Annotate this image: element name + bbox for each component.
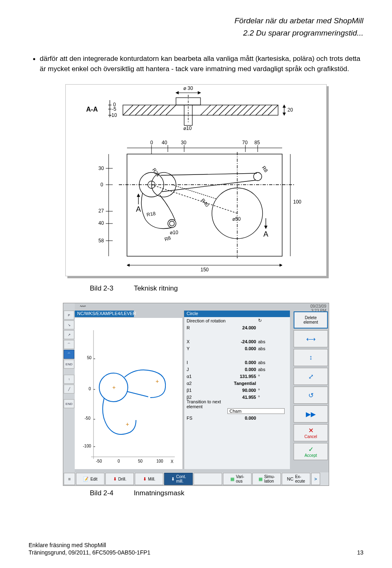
dim-scale-10: -10 [110, 112, 117, 118]
right-button[interactable]: Deleteelement [294, 311, 328, 329]
bottom-button[interactable]: ▦Simu-lation [252, 473, 281, 485]
parameter-panel: Circle Direction of rotation ↻R 24.000 X… [184, 311, 290, 469]
param-row [184, 331, 290, 338]
graphic-preview: X + + + 50 0 -50 -100 -50 0 50 10 [75, 318, 183, 469]
bottom-button[interactable]: ⬇Drill. [105, 473, 134, 485]
param-label: Transition to next element [187, 399, 227, 409]
menu-lines-icon: ≡ [68, 476, 71, 481]
right-button[interactable]: ⟷ [294, 330, 328, 347]
bottom-button[interactable]: ⬇Cont.mill. [164, 473, 193, 485]
param-value[interactable]: Tangential [227, 381, 256, 386]
param-value[interactable]: 24.000 [227, 325, 256, 330]
param-value[interactable]: 0.000 [227, 360, 256, 365]
param-unit: abs [256, 367, 268, 372]
left-icon-line2[interactable]: ↗ [64, 330, 74, 339]
section-a1: A [136, 205, 141, 214]
svg-line-17 [243, 105, 254, 115]
page-header-title: Fördelar när du arbetar med ShopMill [29, 16, 363, 25]
svg-line-19 [256, 105, 266, 115]
param-valuebox[interactable]: Cham [227, 408, 285, 414]
svg-line-18 [249, 105, 260, 115]
svg-line-65 [127, 391, 148, 397]
bottom-button-icon: NC [287, 476, 294, 481]
jog-indicator: 〰JOG [75, 303, 91, 310]
left-icon-arc-selected[interactable]: ⌒ [64, 350, 74, 359]
param-row [184, 352, 290, 359]
caption-2-text: Inmatningsmask [134, 489, 185, 497]
right-button[interactable]: ⤢ [294, 368, 328, 385]
svg-line-9 [166, 105, 176, 115]
left-icon-end1[interactable]: END [64, 360, 74, 369]
svg-line-11 [207, 105, 217, 115]
left-icon-arc1[interactable]: ⌒ [64, 340, 74, 349]
right-button-column: Deleteelement⟷↕⤢↺▶▶✕Cancel✓Accept [293, 311, 329, 462]
param-value[interactable]: 0.000 [227, 346, 256, 351]
caption-1-text: Teknisk ritning [134, 284, 178, 293]
param-value[interactable]: 0.000 [227, 416, 256, 420]
xtick-0: 0 [118, 459, 120, 463]
button-label: Cancel [304, 434, 317, 439]
right-button[interactable]: ✓Accept [294, 443, 328, 460]
svg-text:+: + [112, 384, 116, 391]
bottom-button[interactable]: 📝Edit [76, 473, 105, 485]
param-unit: ° [256, 395, 268, 400]
right-button[interactable]: ✕Cancel [294, 424, 328, 441]
bottom-button-icon: ⬇ [143, 476, 147, 482]
shopmill-screenshot: 09/23/09 3:23 PM 〰JOG NC/WKS/EXAMPLE4/LE… [63, 303, 329, 486]
bottom-button-icon: 📝 [83, 476, 89, 482]
xtick--50: -50 [96, 459, 102, 463]
dim-y58: 58 [98, 238, 104, 244]
svg-line-20 [262, 105, 272, 115]
left-icon-p[interactable]: P [64, 311, 74, 320]
xtick-100: 100 [156, 459, 163, 463]
param-unit: abs [256, 339, 268, 344]
param-row: I 0.000 abs [184, 359, 290, 366]
param-row: α2 Tangential [184, 380, 290, 387]
bottom-more-right[interactable]: > [311, 473, 320, 485]
left-icon-diag[interactable]: ╱ [64, 385, 74, 394]
dim-bottom150: 150 [200, 267, 209, 273]
param-value[interactable]: -24.000 [227, 339, 256, 344]
dim-y0: 0 [100, 182, 103, 188]
bullet-item: ● därför att den integrerade konturdator… [33, 54, 363, 74]
button-icon: ✕ [308, 427, 314, 434]
svg-line-12 [213, 105, 223, 115]
param-value[interactable]: 0.000 [227, 367, 256, 372]
footer-line1: Enklare fräsning med ShopMill [29, 542, 363, 548]
param-value[interactable]: 41.955 [227, 395, 256, 400]
bottom-button[interactable]: ▦Vari-ous [223, 473, 252, 485]
param-label: Y [187, 346, 227, 351]
param-label: Direction of rotation [187, 318, 227, 323]
dim-dia10b: ⌀10 [170, 230, 178, 235]
button-label: Accept [305, 453, 317, 458]
param-unit: ↻ [256, 318, 268, 323]
left-icon-end2[interactable]: END [64, 399, 74, 408]
param-label: FS [187, 416, 227, 420]
left-icon-column: P ↘ ↗ ⌒ ⌒ END ↑ ╱ END [63, 303, 75, 485]
svg-line-7 [154, 105, 164, 115]
param-label: I [187, 360, 227, 365]
section-a2: A [263, 230, 268, 239]
right-button[interactable]: ▶▶ [294, 405, 328, 423]
bottom-button-icon: ⬇ [171, 476, 175, 482]
bottom-button[interactable]: ⬇Mill. [135, 473, 163, 485]
parameter-title: Circle [184, 311, 290, 317]
left-icon-line1[interactable]: ↘ [64, 320, 74, 329]
bottom-button[interactable]: NCEx-ecute [282, 473, 310, 485]
param-row: Y 0.000 abs [184, 345, 290, 352]
param-value[interactable]: 131.955 [227, 374, 256, 379]
bottom-button[interactable] [194, 473, 222, 485]
bottom-button-icon: ▦ [258, 476, 263, 482]
svg-line-5 [141, 105, 151, 115]
button-icon: ⟷ [306, 335, 316, 343]
bottom-menu-icon[interactable]: ≡ [64, 473, 75, 485]
param-value[interactable]: 90.000 [227, 388, 256, 393]
dim-dia30: ⌀ 30 [183, 85, 193, 91]
svg-line-15 [231, 105, 241, 115]
right-button[interactable]: ↕ [294, 349, 328, 366]
bottom-button-label: Simu-lation [264, 474, 275, 483]
left-icon-up[interactable]: ↑ [64, 375, 74, 384]
right-button[interactable]: ↺ [294, 387, 328, 404]
dim-scale-5: -5 [112, 106, 116, 112]
button-label: Deleteelement [303, 315, 318, 324]
